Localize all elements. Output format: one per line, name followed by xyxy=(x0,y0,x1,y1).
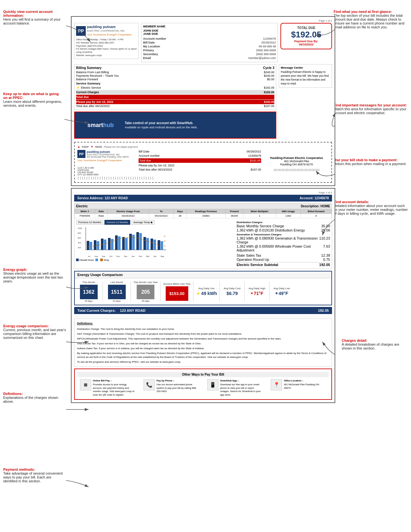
page2-account: Account: 12345678 xyxy=(299,196,329,200)
avg-daily-cost-val: $6.79 xyxy=(227,291,238,296)
stub-keep: KEEP xyxy=(82,145,89,148)
kwh-usage-val: 1362 xyxy=(276,214,301,218)
annotation-charges-detail-body: A detailed breakdown of charges are show… xyxy=(342,342,408,350)
bar-curr-oct xyxy=(111,239,113,250)
bill-company-name: paulding putnam xyxy=(87,25,132,29)
col-kwh: kWh Usage xyxy=(276,209,301,214)
tab-previous-12[interactable]: Previous 12 Months xyxy=(76,220,103,225)
smarthub-logo-text: smarthub xyxy=(87,122,114,129)
col-meter-num: Meter # xyxy=(75,209,95,214)
stub-please-pay-row: Please pay by Jun 15, 2022 xyxy=(139,164,261,167)
annotation-payment-methods: Payment methods: Take advantage of sever… xyxy=(3,468,66,483)
page2-header: Service Address: 123 ANY ROAD Account: 1… xyxy=(74,195,332,202)
service-summary-title: Service Summary xyxy=(76,82,274,85)
col-usage-to: To xyxy=(149,209,173,214)
annotation-account-info-title: Quickly view current account information… xyxy=(3,10,66,17)
distribution-energy-row: 1,362 kWh @ 0.019130 Distribution Energy… xyxy=(237,228,330,232)
bar-prev-mar xyxy=(143,237,146,250)
stub-payee-name: Paulding-Putnam Electric Cooperative xyxy=(264,156,329,160)
tab-current-12[interactable]: Current 12 Months xyxy=(104,220,130,225)
amount-billed-value: $153.00 xyxy=(166,286,188,301)
charges-right: Distribution Charges: Basic Monthly Serv… xyxy=(237,220,330,267)
electric-table: Meter # Rate Electric Usage From To Days… xyxy=(74,209,332,218)
days-val: 28 xyxy=(173,214,186,218)
total-charges-amount: 192.05 xyxy=(318,309,329,312)
online-bill-pay-text: Online Bill Pay – Provides access to you… xyxy=(93,379,135,397)
avg-daily-use-val: ⚡ 49 kWh xyxy=(196,291,217,296)
phone-icon: 📞 xyxy=(143,379,155,390)
smarthub-app: 📱 SmartHub App – Download our free app t… xyxy=(207,379,263,397)
stub-barcode-bottom: ||||||||||||||||||||||||||||||||||| xyxy=(77,177,135,180)
pp-logo-box: PP xyxy=(76,26,86,36)
avg-daily-cost: Avg Daily Cost $6.79 xyxy=(222,287,242,296)
meter-num-val: P999999 xyxy=(75,214,95,218)
other-ways-title: Other Ways to Pay Your Bill xyxy=(77,372,329,377)
tab-avg-temp[interactable]: Average Temp ◆ xyxy=(131,220,155,225)
stub-total-after-row: Total due after 06/15/2022 $197.05 xyxy=(139,168,261,171)
smarthub-app-title: SmartHub App – xyxy=(220,379,263,383)
bill-date-row: Bill Date 05/28/2022 xyxy=(143,41,276,44)
member-name-label: MEMBER NAME xyxy=(143,25,276,28)
bar-curr-may xyxy=(161,241,163,250)
stub-main: PP paulding putnam ELECTRIC COOPERATIVE,… xyxy=(77,150,329,180)
annotation-energy-comparison-title: Energy usage comparison: xyxy=(3,324,66,328)
bar-curr-jul xyxy=(90,242,92,250)
balance-forward-row: Balance Forward $0.00 xyxy=(76,78,274,81)
annotation-bill-stub-body: Return this portion when mailing in a pa… xyxy=(334,162,408,166)
energy-comparison: Energy Usage Comparison This Month 1362 … xyxy=(74,271,332,305)
bar-curr-sep xyxy=(104,240,106,250)
def-ohio: Ohio Excise Tax: If your service is in O… xyxy=(77,342,329,346)
reading-present-val: 36345 xyxy=(225,214,243,218)
this-month-ly-value: 205 xyxy=(137,285,154,299)
def-gat: G&T Charge (Generation & Transmission Ch… xyxy=(77,332,329,336)
mobile-icon: 📱 xyxy=(207,379,219,390)
message-center-area: Message Center Paulding-Putnam Electric … xyxy=(279,64,332,140)
office-location-text: Office Location – 401 McDonald Pike Paul… xyxy=(284,379,326,397)
stub-bill-info: Bill Date 05/28/2022 Account number 1234… xyxy=(139,150,261,180)
bill-company-tagline: Your Touchstone Energy® Cooperative xyxy=(87,33,132,36)
comparison-this-month-ly: This Month Last Year 205 28 days xyxy=(133,281,158,302)
months-row: Jul Aug Sep Oct Nov Dec Jan Feb Mar Apr … xyxy=(76,255,166,257)
svg-text:200: 200 xyxy=(78,247,81,249)
chart-tabs[interactable]: Previous 12 Months Current 12 Months Ave… xyxy=(76,220,235,225)
smarthub-banner: smarthub Take control of your account wi… xyxy=(74,112,276,139)
stub-barcode-city: CITY ZZ 99999-9999 xyxy=(77,173,135,176)
annotation-definitions-title: Definitions: xyxy=(3,392,66,396)
legend-temp-color xyxy=(100,259,103,261)
annotation-ppec-updates-body: Learn more about different programs, ser… xyxy=(3,100,63,107)
bill-logo-inner: PP paulding putnam ELECTRIC COOPERATIVE,… xyxy=(76,25,137,37)
svg-text:1000: 1000 xyxy=(78,227,82,229)
bar-prev-dec xyxy=(122,237,125,250)
total-charges-bar: Total Current Charges: 123 ANY ROAD 192.… xyxy=(74,307,332,314)
col-days: Days xyxy=(173,209,186,214)
def-indiana: Indiana Sales Tax: If your service is in… xyxy=(77,347,329,350)
stub-no-staple: Please do not staple payment. xyxy=(104,145,139,148)
smarthub-text-area: Take control of your account with SmartH… xyxy=(125,121,198,129)
stub-payee-street: 401 McDonald Pike xyxy=(264,160,329,163)
annotation-payment-methods-title: Payment methods: xyxy=(3,468,66,471)
chart-left: Previous 12 Months Current 12 Months Ave… xyxy=(76,220,235,267)
stub-pp-logo: PP xyxy=(77,150,85,158)
avg-daily-use: Avg Daily Use ⚡ 49 kWh xyxy=(196,287,217,296)
annotation-first-glance: Find what you need at first glance: The … xyxy=(334,10,408,29)
bill-company-sub: ELECTRIC COOPERATIVE, INC xyxy=(87,29,132,32)
gen-trans-charge-row: 1,362 kWh @ 0.080930 Generation & Transm… xyxy=(237,236,330,244)
office-location-title: Office Location – xyxy=(284,379,326,383)
col-billed-demand: Billed Demand xyxy=(301,209,332,214)
annotation-definitions-body: Explanations of the charges shown above. xyxy=(3,396,66,403)
gen-trans-title: Generation & Transmission Charges: xyxy=(237,233,330,236)
bar-curr-feb xyxy=(139,233,142,250)
bolt-icon: ⚡ xyxy=(196,291,201,296)
operation-round-up-row: Operation Round Up 0.75 xyxy=(237,258,330,261)
electric-label: Electric xyxy=(76,204,88,208)
legend-prev: Kilowatt Hours xyxy=(76,259,94,261)
col-rate: Rate xyxy=(95,209,108,214)
annotation-energy-graph-title: Energy graph: xyxy=(3,268,66,271)
annotation-account-details: Find account details: Detailed informati… xyxy=(334,200,408,215)
col-meter-mult: Meter Multiplier xyxy=(243,209,276,214)
svg-text:400: 400 xyxy=(78,242,81,244)
annotation-charges-detail-title: Charges detail: xyxy=(342,339,408,342)
secondary-phone-row: Secondary (999) 999-9999 xyxy=(143,53,276,56)
amount-billed-label: Amount Billed Last Year xyxy=(163,282,191,285)
triangle-icon: ▲ xyxy=(77,145,80,148)
